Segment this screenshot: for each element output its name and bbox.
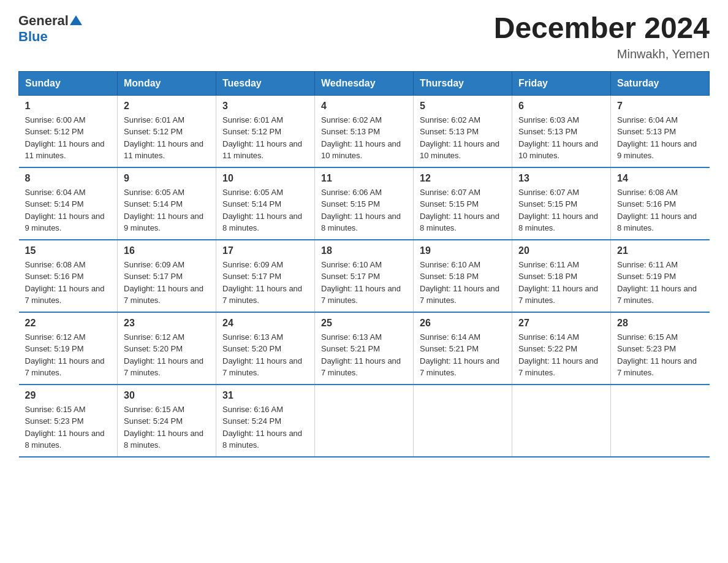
calendar-cell: 18 Sunrise: 6:10 AM Sunset: 5:17 PM Dayl… (315, 240, 414, 312)
calendar-cell: 3 Sunrise: 6:01 AM Sunset: 5:12 PM Dayli… (216, 95, 315, 167)
calendar-cell: 15 Sunrise: 6:08 AM Sunset: 5:16 PM Dayl… (19, 240, 118, 312)
daylight-label: Daylight: 11 hours and 8 minutes. (222, 429, 302, 450)
day-number: 8 (25, 173, 112, 184)
day-info: Sunrise: 6:04 AM Sunset: 5:13 PM Dayligh… (617, 114, 703, 162)
calendar-cell: 11 Sunrise: 6:06 AM Sunset: 5:15 PM Dayl… (315, 167, 414, 240)
daylight-label: Daylight: 11 hours and 7 minutes. (25, 356, 105, 378)
weekday-header-tuesday: Tuesday (216, 71, 315, 95)
calendar-cell: 13 Sunrise: 6:07 AM Sunset: 5:15 PM Dayl… (512, 167, 611, 240)
day-info: Sunrise: 6:13 AM Sunset: 5:21 PM Dayligh… (321, 331, 407, 379)
calendar-cell: 4 Sunrise: 6:02 AM Sunset: 5:13 PM Dayli… (315, 95, 414, 167)
sunrise-label: Sunrise: 6:07 AM (518, 188, 579, 197)
day-info: Sunrise: 6:16 AM Sunset: 5:24 PM Dayligh… (222, 404, 308, 451)
calendar-cell: 5 Sunrise: 6:02 AM Sunset: 5:13 PM Dayli… (414, 95, 512, 167)
sunrise-label: Sunrise: 6:15 AM (124, 405, 184, 414)
sunset-label: Sunset: 5:15 PM (518, 199, 577, 209)
daylight-label: Daylight: 11 hours and 10 minutes. (321, 139, 401, 161)
day-info: Sunrise: 6:14 AM Sunset: 5:22 PM Dayligh… (518, 331, 604, 379)
sunrise-label: Sunrise: 6:13 AM (321, 332, 382, 342)
sunset-label: Sunset: 5:12 PM (222, 127, 281, 136)
calendar-cell: 10 Sunrise: 6:05 AM Sunset: 5:14 PM Dayl… (216, 167, 315, 240)
logo-general-text: General (18, 13, 69, 29)
sunrise-label: Sunrise: 6:01 AM (222, 115, 283, 124)
daylight-label: Daylight: 11 hours and 7 minutes. (420, 356, 499, 378)
day-number: 9 (124, 173, 210, 184)
calendar-cell: 24 Sunrise: 6:13 AM Sunset: 5:20 PM Dayl… (216, 312, 315, 385)
sunset-label: Sunset: 5:15 PM (321, 199, 380, 209)
daylight-label: Daylight: 11 hours and 9 minutes. (25, 212, 105, 233)
calendar-body: 1 Sunrise: 6:00 AM Sunset: 5:12 PM Dayli… (19, 95, 710, 457)
daylight-label: Daylight: 11 hours and 7 minutes. (124, 284, 203, 305)
weekday-header-wednesday: Wednesday (315, 71, 414, 95)
sunrise-label: Sunrise: 6:08 AM (617, 188, 678, 197)
svg-marker-0 (70, 15, 82, 25)
sunset-label: Sunset: 5:17 PM (321, 272, 380, 281)
sunrise-label: Sunrise: 6:04 AM (25, 188, 86, 197)
calendar-table: SundayMondayTuesdayWednesdayThursdayFrid… (18, 71, 710, 458)
day-number: 4 (321, 101, 407, 112)
day-info: Sunrise: 6:02 AM Sunset: 5:13 PM Dayligh… (321, 114, 407, 162)
day-number: 23 (124, 318, 210, 329)
calendar-cell: 14 Sunrise: 6:08 AM Sunset: 5:16 PM Dayl… (611, 167, 710, 240)
daylight-label: Daylight: 11 hours and 9 minutes. (124, 212, 203, 233)
sunrise-label: Sunrise: 6:02 AM (321, 115, 382, 124)
sunrise-label: Sunrise: 6:11 AM (518, 260, 579, 269)
daylight-label: Daylight: 11 hours and 7 minutes. (321, 284, 401, 305)
sunrise-label: Sunrise: 6:15 AM (617, 332, 678, 342)
day-number: 22 (25, 318, 112, 329)
logo: General Blue (18, 12, 82, 45)
day-info: Sunrise: 6:05 AM Sunset: 5:14 PM Dayligh… (124, 186, 210, 234)
calendar-cell: 22 Sunrise: 6:12 AM Sunset: 5:19 PM Dayl… (19, 312, 118, 385)
daylight-label: Daylight: 11 hours and 10 minutes. (420, 139, 499, 161)
weekday-header-row: SundayMondayTuesdayWednesdayThursdayFrid… (19, 71, 710, 95)
day-number: 1 (25, 101, 112, 112)
day-info: Sunrise: 6:03 AM Sunset: 5:13 PM Dayligh… (518, 114, 604, 162)
day-info: Sunrise: 6:13 AM Sunset: 5:20 PM Dayligh… (222, 331, 308, 379)
sunrise-label: Sunrise: 6:01 AM (124, 115, 184, 124)
day-number: 27 (518, 318, 604, 329)
day-info: Sunrise: 6:09 AM Sunset: 5:17 PM Dayligh… (124, 259, 210, 307)
weekday-header-monday: Monday (118, 71, 216, 95)
weekday-header-thursday: Thursday (414, 71, 512, 95)
calendar-week-row: 8 Sunrise: 6:04 AM Sunset: 5:14 PM Dayli… (19, 167, 710, 240)
calendar-cell: 6 Sunrise: 6:03 AM Sunset: 5:13 PM Dayli… (512, 95, 611, 167)
title-area: December 2024 Minwakh, Yemen (494, 12, 710, 61)
sunrise-label: Sunrise: 6:12 AM (25, 332, 86, 342)
day-info: Sunrise: 6:10 AM Sunset: 5:18 PM Dayligh… (420, 259, 506, 307)
day-number: 17 (222, 245, 308, 256)
day-number: 30 (124, 390, 210, 401)
sunrise-label: Sunrise: 6:14 AM (420, 332, 480, 342)
sunrise-label: Sunrise: 6:08 AM (25, 260, 86, 269)
calendar-cell: 27 Sunrise: 6:14 AM Sunset: 5:22 PM Dayl… (512, 312, 611, 385)
sunset-label: Sunset: 5:14 PM (25, 199, 84, 209)
day-number: 12 (420, 173, 506, 184)
sunset-label: Sunset: 5:14 PM (124, 199, 183, 209)
sunrise-label: Sunrise: 6:12 AM (124, 332, 184, 342)
sunset-label: Sunset: 5:22 PM (518, 344, 577, 353)
calendar-week-row: 15 Sunrise: 6:08 AM Sunset: 5:16 PM Dayl… (19, 240, 710, 312)
sunrise-label: Sunrise: 6:16 AM (222, 405, 283, 414)
calendar-cell: 16 Sunrise: 6:09 AM Sunset: 5:17 PM Dayl… (118, 240, 216, 312)
day-info: Sunrise: 6:14 AM Sunset: 5:21 PM Dayligh… (420, 331, 506, 379)
day-number: 29 (25, 390, 112, 401)
calendar-week-row: 29 Sunrise: 6:15 AM Sunset: 5:23 PM Dayl… (19, 385, 710, 457)
sunset-label: Sunset: 5:12 PM (25, 127, 84, 136)
day-info: Sunrise: 6:01 AM Sunset: 5:12 PM Dayligh… (124, 114, 210, 162)
calendar-cell: 12 Sunrise: 6:07 AM Sunset: 5:15 PM Dayl… (414, 167, 512, 240)
calendar-cell (315, 385, 414, 457)
daylight-label: Daylight: 11 hours and 9 minutes. (617, 139, 697, 161)
weekday-header-sunday: Sunday (19, 71, 118, 95)
calendar-cell: 25 Sunrise: 6:13 AM Sunset: 5:21 PM Dayl… (315, 312, 414, 385)
daylight-label: Daylight: 11 hours and 11 minutes. (222, 139, 302, 161)
day-number: 6 (518, 101, 604, 112)
sunset-label: Sunset: 5:12 PM (124, 127, 183, 136)
calendar-cell: 21 Sunrise: 6:11 AM Sunset: 5:19 PM Dayl… (611, 240, 710, 312)
day-number: 5 (420, 101, 506, 112)
daylight-label: Daylight: 11 hours and 7 minutes. (321, 356, 401, 378)
location-label: Minwakh, Yemen (494, 47, 710, 61)
day-number: 7 (617, 101, 703, 112)
sunrise-label: Sunrise: 6:14 AM (518, 332, 579, 342)
sunrise-label: Sunrise: 6:10 AM (420, 260, 480, 269)
sunset-label: Sunset: 5:13 PM (420, 127, 479, 136)
calendar-cell: 7 Sunrise: 6:04 AM Sunset: 5:13 PM Dayli… (611, 95, 710, 167)
